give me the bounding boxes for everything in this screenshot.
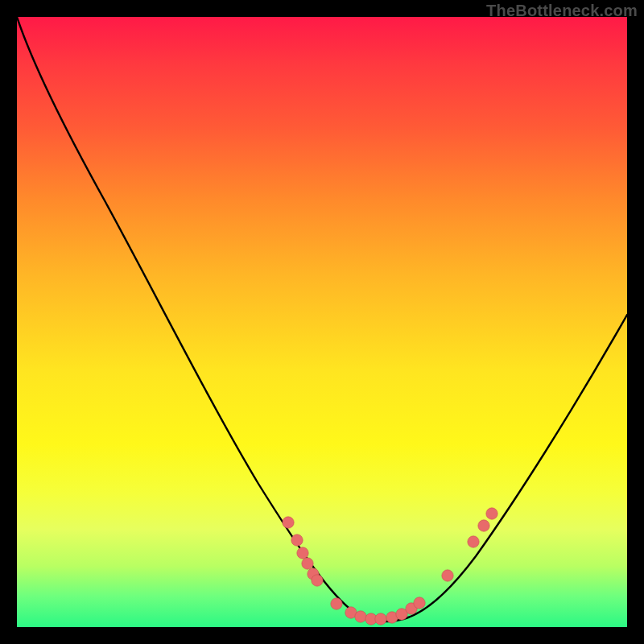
bottleneck-curve	[17, 17, 627, 621]
data-dot	[291, 535, 303, 546]
watermark-text: TheBottleneck.com	[486, 2, 638, 20]
data-dot	[478, 520, 489, 531]
data-dot	[331, 598, 342, 609]
data-dot	[375, 613, 386, 625]
plot-area	[17, 17, 627, 627]
data-dot	[297, 547, 308, 559]
data-dot	[355, 611, 366, 622]
data-dot	[414, 597, 425, 609]
data-dot	[468, 536, 479, 547]
data-dots	[283, 508, 497, 625]
curve-svg	[17, 17, 627, 627]
chart-frame: TheBottleneck.com	[0, 0, 644, 644]
data-dot	[442, 570, 453, 581]
data-dot	[302, 558, 313, 569]
data-dot	[486, 508, 497, 519]
data-dot	[312, 575, 323, 586]
data-dot	[283, 517, 294, 528]
